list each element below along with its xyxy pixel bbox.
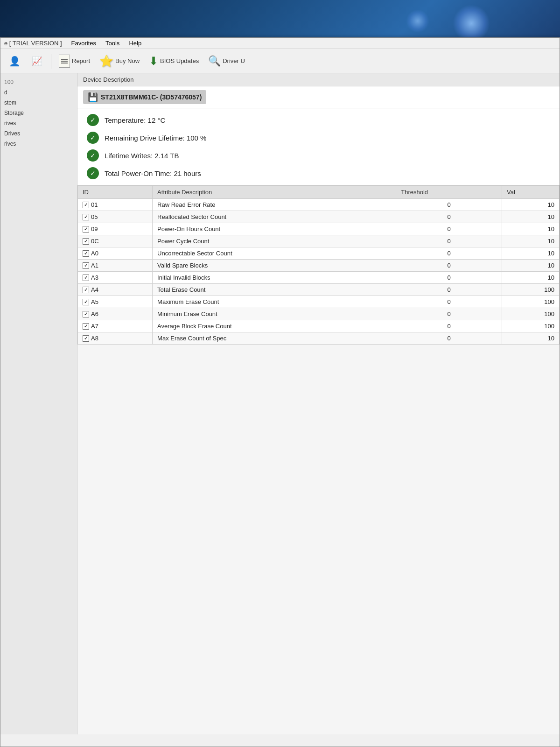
cell-value: 10: [502, 332, 560, 345]
table-row[interactable]: A5Maximum Erase Count0100: [78, 296, 560, 308]
row-checkbox[interactable]: [83, 275, 89, 281]
table-row[interactable]: 05Reallocated Sector Count010: [78, 211, 560, 223]
sidebar-item-rives2[interactable]: rives: [0, 139, 77, 149]
check-circle-lifetime: ✓: [87, 132, 99, 144]
table-row[interactable]: A0Uncorrectable Sector Count010: [78, 247, 560, 260]
cell-attribute: Uncorrectable Sector Count: [153, 247, 396, 260]
cell-value: 10: [502, 272, 560, 284]
cell-value: 10: [502, 235, 560, 247]
health-section: ✓ Temperature: 12 °C ✓ Remaining Drive L…: [77, 108, 560, 185]
col-id: ID: [78, 186, 153, 199]
cell-id: 09: [78, 223, 153, 235]
chart-icon: 📈: [30, 55, 43, 68]
cell-value: 10: [502, 223, 560, 235]
row-checkbox[interactable]: [83, 250, 89, 257]
col-attribute: Attribute Description: [153, 186, 396, 199]
health-writes-label: Lifetime Writes: 2.14 TB: [105, 152, 179, 160]
table-row[interactable]: A6Minimum Erase Count0100: [78, 308, 560, 320]
cell-id: A4: [78, 284, 153, 296]
device-name-badge: 💾 ST21X8TBMM61C- (3D57476057): [83, 90, 206, 104]
cell-value: 10: [502, 211, 560, 223]
arrow-down-icon: ⬇: [149, 55, 158, 68]
person-button[interactable]: 👤: [4, 53, 25, 70]
cell-threshold: 0: [396, 211, 502, 223]
table-row[interactable]: A4Total Erase Count0100: [78, 284, 560, 296]
report-label: Report: [72, 57, 90, 64]
cell-threshold: 0: [396, 235, 502, 247]
row-checkbox[interactable]: [83, 238, 89, 245]
row-checkbox[interactable]: [83, 226, 89, 233]
cell-value: 10: [502, 199, 560, 211]
check-circle-temperature: ✓: [87, 114, 99, 126]
row-checkbox[interactable]: [83, 202, 89, 208]
cell-value: 100: [502, 296, 560, 308]
sidebar-item-stem[interactable]: stem: [0, 98, 77, 108]
row-checkbox[interactable]: [83, 311, 89, 317]
check-circle-poweron: ✓: [87, 167, 99, 179]
cell-id: A6: [78, 308, 153, 320]
device-description-header: Device Description: [77, 73, 560, 86]
sidebar-item-drives[interactable]: Drives: [0, 128, 77, 139]
menu-favorites[interactable]: Favorites: [71, 40, 96, 47]
chart-button[interactable]: 📈: [27, 53, 47, 70]
table-row[interactable]: 09Power-On Hours Count010: [78, 223, 560, 235]
cell-id: 0C: [78, 235, 153, 247]
sidebar-item-rives1[interactable]: rives: [0, 118, 77, 128]
search-icon: 🔍: [208, 55, 221, 67]
table-row[interactable]: A1Valid Spare Blocks010: [78, 260, 560, 272]
sidebar-item-d[interactable]: d: [0, 87, 77, 98]
cell-attribute: Raw Read Error Rate: [153, 199, 396, 211]
cell-threshold: 0: [396, 223, 502, 235]
cell-id: A1: [78, 260, 153, 272]
row-checkbox[interactable]: [83, 323, 89, 330]
cell-threshold: 0: [396, 247, 502, 260]
col-threshold: Threshold: [396, 186, 502, 199]
cell-attribute: Max Erase Count of Spec: [153, 332, 396, 345]
health-poweron-label: Total Power-On Time: 21 hours: [105, 169, 201, 177]
driver-update-button[interactable]: 🔍 Driver U: [204, 53, 249, 69]
health-temperature-label: Temperature: 12 °C: [105, 116, 165, 124]
cell-threshold: 0: [396, 199, 502, 211]
cell-threshold: 0: [396, 284, 502, 296]
health-item-poweron: ✓ Total Power-On Time: 21 hours: [87, 167, 550, 179]
buy-now-button[interactable]: ⭐ Buy Now: [96, 53, 143, 70]
cell-attribute: Minimum Erase Count: [153, 308, 396, 320]
main-content: 100 d stem Storage rives Drives rives: [0, 73, 560, 734]
report-button[interactable]: Report: [55, 53, 94, 70]
cell-id: A5: [78, 296, 153, 308]
table-row[interactable]: A3Initial Invalid Blocks010: [78, 272, 560, 284]
row-checkbox[interactable]: [83, 335, 89, 342]
menu-help[interactable]: Help: [129, 40, 141, 47]
table-row[interactable]: 0CPower Cycle Count010: [78, 235, 560, 247]
cell-threshold: 0: [396, 320, 502, 332]
sidebar-item-100[interactable]: 100: [0, 77, 77, 87]
table-row[interactable]: A7Average Block Erase Count0100: [78, 320, 560, 332]
app-window: e [ TRIAL VERSION ] Favorites Tools Help…: [0, 37, 560, 747]
cell-threshold: 0: [396, 296, 502, 308]
sidebar-item-storage[interactable]: Storage: [0, 108, 77, 118]
menu-tools[interactable]: Tools: [105, 40, 119, 47]
table-row[interactable]: 01Raw Read Error Rate010: [78, 199, 560, 211]
check-circle-writes: ✓: [87, 149, 99, 162]
row-checkbox[interactable]: [83, 262, 89, 269]
bios-updates-label: BIOS Updates: [160, 57, 199, 64]
buy-now-label: Buy Now: [115, 57, 140, 64]
cell-attribute: Average Block Erase Count: [153, 320, 396, 332]
report-icon: [59, 55, 70, 68]
cell-id: A8: [78, 332, 153, 345]
health-item-temperature: ✓ Temperature: 12 °C: [87, 114, 550, 126]
health-item-lifetime: ✓ Remaining Drive Lifetime: 100 %: [87, 132, 550, 144]
row-checkbox[interactable]: [83, 287, 89, 293]
row-checkbox[interactable]: [83, 299, 89, 305]
cell-value: 10: [502, 260, 560, 272]
bios-updates-button[interactable]: ⬇ BIOS Updates: [145, 53, 203, 70]
cell-threshold: 0: [396, 332, 502, 345]
table-row[interactable]: A8Max Erase Count of Spec010: [78, 332, 560, 345]
menu-bar: e [ TRIAL VERSION ] Favorites Tools Help: [0, 38, 560, 49]
cell-attribute: Total Erase Count: [153, 284, 396, 296]
device-name: ST21X8TBMM61C- (3D57476057): [101, 93, 202, 101]
star-icon: ⭐: [99, 55, 113, 68]
cell-attribute: Maximum Erase Count: [153, 296, 396, 308]
row-checkbox[interactable]: [83, 214, 89, 220]
cell-id: A7: [78, 320, 153, 332]
